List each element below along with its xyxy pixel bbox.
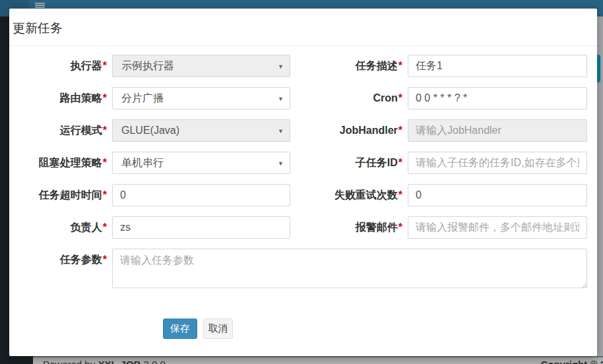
cancel-button[interactable]: 取消	[203, 318, 233, 339]
cron-input[interactable]	[408, 87, 587, 109]
required-asterisk: *	[398, 92, 402, 104]
fail-retry-label: 失败重试次数*	[277, 184, 402, 206]
form-row: 负责人* 报警邮件*	[9, 216, 597, 239]
author-label: 负责人*	[0, 216, 107, 239]
child-jobid-label: 子任务ID*	[277, 152, 402, 174]
required-asterisk: *	[103, 254, 107, 265]
form-row: 阻塞处理策略* 单机串行 ▼ 子任务ID*	[9, 152, 597, 174]
fail-retry-input[interactable]	[408, 184, 587, 206]
executor-label: 执行器*	[0, 55, 107, 77]
child-jobid-input[interactable]	[408, 152, 587, 174]
job-param-label: 任务参数*	[0, 249, 107, 271]
job-param-textarea[interactable]	[112, 249, 587, 288]
form-row: 运行模式* GLUE(Java) ▼ JobHandler*	[9, 119, 597, 142]
modal-title: 更新任务	[9, 9, 597, 46]
route-strategy-label: 路由策略*	[0, 87, 107, 109]
form-row: 任务超时时间* 失败重试次数*	[9, 184, 597, 206]
job-handler-label: JobHandler*	[277, 119, 402, 142]
block-strategy-label: 阻塞处理策略*	[0, 152, 107, 174]
form-row: 执行器* 示例执行器 ▼ 任务描述*	[9, 55, 597, 77]
timeout-input[interactable]	[112, 184, 290, 206]
author-input[interactable]	[112, 216, 290, 239]
required-asterisk: *	[398, 125, 402, 136]
block-strategy-select[interactable]: 单机串行 ▼	[112, 152, 290, 174]
route-strategy-select-value: 分片广播	[121, 92, 164, 106]
job-desc-label: 任务描述*	[277, 55, 402, 77]
alarm-email-label: 报警邮件*	[277, 216, 402, 239]
job-desc-input[interactable]	[408, 55, 587, 77]
alarm-email-input[interactable]	[408, 216, 587, 239]
glue-type-select: GLUE(Java) ▼	[112, 119, 290, 142]
job-handler-input	[408, 119, 587, 142]
required-asterisk: *	[103, 189, 107, 200]
required-asterisk: *	[398, 60, 402, 71]
required-asterisk: *	[103, 222, 107, 233]
glue-type-select-value: GLUE(Java)	[121, 125, 179, 136]
required-asterisk: *	[398, 157, 402, 168]
required-asterisk: *	[103, 60, 107, 71]
form-row: 任务参数*	[9, 249, 597, 288]
required-asterisk: *	[398, 189, 402, 200]
form-row: 路由策略* 分片广播 ▼ Cron*	[9, 87, 597, 109]
block-strategy-select-value: 单机串行	[121, 156, 164, 170]
route-strategy-select[interactable]: 分片广播 ▼	[112, 87, 290, 109]
timeout-label: 任务超时时间*	[0, 184, 107, 206]
required-asterisk: *	[103, 92, 107, 104]
executor-select: 示例执行器 ▼	[112, 55, 290, 77]
update-task-modal: 更新任务 执行器* 示例执行器 ▼ 任务描述* 路由策略* 分片广播 ▼ Cro…	[9, 9, 597, 356]
page-root: { "page": { "footer": { "powered_by_pref…	[0, 0, 603, 364]
required-asterisk: *	[103, 157, 107, 168]
save-button[interactable]: 保存	[163, 318, 197, 339]
glue-type-label: 运行模式*	[0, 119, 107, 142]
executor-select-value: 示例执行器	[121, 59, 174, 73]
required-asterisk: *	[398, 222, 402, 233]
cron-label: Cron*	[277, 87, 402, 109]
required-asterisk: *	[103, 125, 107, 136]
